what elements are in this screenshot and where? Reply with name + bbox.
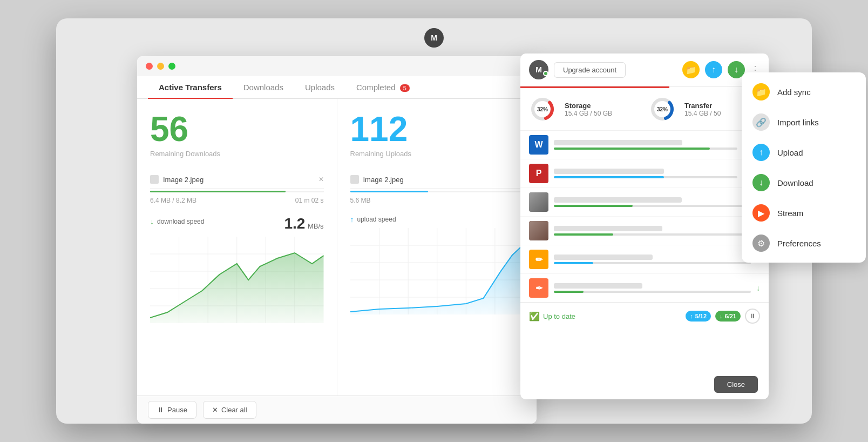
menu-item-import-links[interactable]: 🔗 Import links	[742, 107, 866, 137]
dropdown-menu: 📁 Add sync 🔗 Import links ↑ Upload ↓ Dow…	[742, 72, 866, 263]
item-progress-bg	[554, 148, 737, 150]
check-icon: ✅	[529, 311, 540, 322]
upload-speed-label: ↑ upload speed	[350, 215, 524, 224]
download-icon: ↓	[752, 174, 770, 191]
list-item: ✏ ↑	[520, 245, 769, 274]
item-progress-bg	[554, 233, 751, 236]
item-progress	[554, 205, 633, 207]
mini-avatar-container: M	[529, 60, 548, 79]
upload-count: 112	[350, 112, 524, 146]
download-file-row: Image 2.jpeg ✕	[150, 171, 324, 189]
upgrade-button[interactable]: Upgrade account	[554, 62, 626, 78]
item-info	[554, 140, 737, 150]
minimize-icon[interactable]	[157, 63, 164, 70]
menu-item-add-sync[interactable]: 📁 Add sync	[742, 77, 866, 107]
menu-item-stream[interactable]: ▶ Stream	[742, 198, 866, 228]
list-item: ✒ ↓	[520, 274, 769, 303]
mini-panel: M Upgrade account 📁 ↑ ↓ ⋮	[520, 53, 769, 399]
maximize-icon[interactable]	[168, 63, 175, 70]
remaining-downloads-label: Remaining Downloads	[150, 150, 324, 158]
titlebar	[137, 56, 537, 76]
completed-badge: 5	[400, 84, 410, 92]
list-item: W ↓ 00:	[520, 131, 769, 159]
item-progress-bg	[554, 176, 737, 178]
stream-icon: ▶	[752, 204, 770, 222]
item-text	[554, 140, 682, 145]
download-file-time: 01 m 02 s	[295, 197, 324, 204]
item-progress-bg	[554, 262, 751, 264]
item-text	[554, 283, 642, 289]
tab-completed[interactable]: Completed 5	[345, 76, 421, 98]
download-badge: ↓ 6/21	[715, 311, 741, 322]
p-icon: P	[529, 164, 548, 183]
sync-icon: 📁	[752, 83, 770, 101]
download-panel: 56 Remaining Downloads Image 2.jpeg ✕ 6.…	[137, 99, 337, 418]
storage-percent: 32%	[537, 106, 548, 112]
tab-uploads[interactable]: Uploads	[294, 76, 345, 98]
clear-all-button[interactable]: ✕ Clear all	[203, 401, 256, 419]
mini-file-list: W ↓ 00: P ↑	[520, 131, 769, 303]
download-speed-label: ↓ download speed	[150, 217, 204, 226]
upload-file-row: Image 2.jpeg	[350, 171, 524, 189]
list-item: P ↑ 00:	[520, 159, 769, 188]
up-arrow-icon: ↑	[350, 215, 354, 224]
upload-file-meta: 5.6 MB	[350, 197, 524, 204]
folder-icon-button[interactable]: 📁	[682, 61, 700, 78]
pause-button[interactable]: ⏸ Pause	[148, 401, 196, 419]
list-item: ↓	[520, 188, 769, 217]
upload-file-name: Image 2.jpeg	[363, 176, 524, 184]
storage-info: Storage 15.4 GB / 50 GB	[565, 102, 640, 117]
img1-icon	[529, 192, 548, 212]
window-content: 56 Remaining Downloads Image 2.jpeg ✕ 6.…	[137, 99, 537, 418]
remaining-uploads-label: Remaining Uploads	[350, 150, 524, 158]
tab-active-transfers[interactable]: Active Transfers	[148, 76, 233, 98]
item-text	[554, 226, 662, 231]
clear-icon: ✕	[212, 406, 218, 414]
close-panel-button[interactable]: Close	[714, 376, 758, 393]
menu-item-upload[interactable]: ↑ Upload	[742, 137, 866, 168]
item-info	[554, 169, 737, 178]
pencil-icon: ✒	[529, 278, 548, 298]
item-progress	[554, 262, 593, 264]
download-file-name: Image 2.jpeg	[163, 176, 314, 184]
upload-panel: 112 Remaining Uploads Image 2.jpeg 5.6 M…	[337, 99, 537, 418]
item-progress	[554, 233, 613, 236]
download-progress-bar	[150, 191, 286, 192]
tab-bar: Active Transfers Downloads Uploads Compl…	[137, 76, 537, 99]
transfer-percent: 32%	[657, 106, 668, 112]
main-window: Active Transfers Downloads Uploads Compl…	[137, 56, 537, 424]
item-text	[554, 255, 653, 260]
mini-pause-button[interactable]: ⏸	[745, 309, 760, 324]
upload-progress-bar	[350, 191, 429, 192]
upload-progress-container	[350, 191, 524, 192]
download-close-btn[interactable]: ✕	[318, 176, 324, 183]
mini-header: M Upgrade account 📁 ↑ ↓ ⋮	[520, 53, 769, 86]
img2-icon	[529, 221, 548, 240]
link-icon: 🔗	[752, 113, 770, 131]
download-progress-container	[150, 191, 324, 192]
item-progress	[554, 291, 584, 293]
item-info	[554, 283, 751, 293]
menu-item-preferences[interactable]: ⚙ Preferences	[742, 228, 866, 258]
upload-icon-button[interactable]: ↑	[705, 61, 722, 78]
pause-icon: ⏸	[157, 406, 164, 414]
down-arrow: ↓	[756, 284, 760, 292]
item-progress-bg	[554, 291, 751, 293]
down-arrow-icon: ↓	[150, 217, 154, 226]
tab-downloads[interactable]: Downloads	[233, 76, 294, 98]
download-chart	[150, 237, 324, 323]
item-info	[554, 226, 751, 236]
list-item: ↓	[520, 217, 769, 245]
upload-badge-arrow: ↑	[690, 313, 693, 319]
close-icon[interactable]	[146, 63, 153, 70]
item-progress-bg	[554, 205, 751, 207]
pen-icon: ✏	[529, 250, 548, 269]
item-text	[554, 169, 664, 174]
item-progress	[554, 176, 664, 178]
menu-item-download[interactable]: ↓ Download	[742, 168, 866, 198]
storage-donut: 32%	[529, 96, 556, 123]
upload-speed-section: ↑ upload speed	[350, 215, 524, 314]
download-file-meta: 6.4 MB / 8.2 MB 01 m 02 s	[150, 197, 324, 204]
preferences-icon: ⚙	[752, 235, 770, 252]
download-speed-value: 1.2 MB/s	[284, 215, 323, 232]
